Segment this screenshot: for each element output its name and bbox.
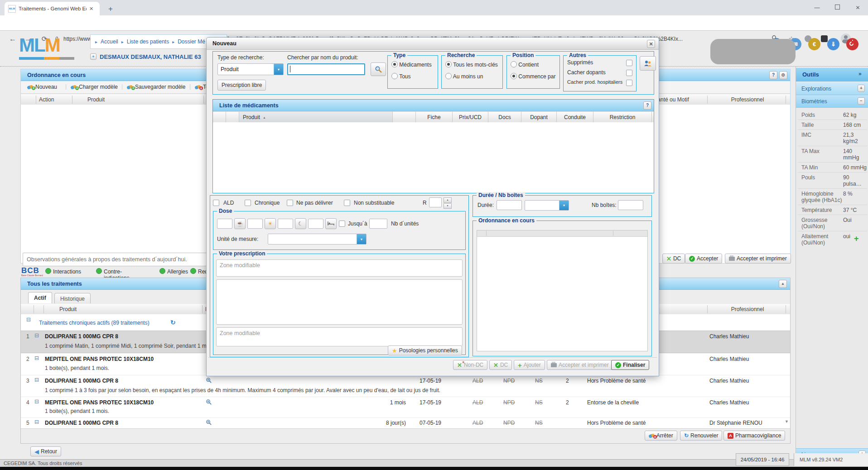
- col-restriction[interactable]: Restriction: [593, 112, 652, 123]
- breadcrumb-liste-patients[interactable]: Liste des patients: [127, 38, 169, 45]
- radio-au-moins-un[interactable]: Au moins un: [445, 73, 483, 80]
- prescription-zone-main[interactable]: [216, 279, 463, 325]
- zoom-detail-icon[interactable]: [206, 399, 212, 407]
- dose-night-input[interactable]: [308, 219, 323, 229]
- collapse-group-icon[interactable]: ⊟: [26, 317, 31, 322]
- zoom-detail-icon[interactable]: [206, 419, 212, 427]
- non-dc-button[interactable]: ✕Non-DC: [453, 360, 487, 370]
- check-ald[interactable]: [213, 200, 219, 206]
- dose-evening-input[interactable]: [278, 219, 293, 229]
- radio-tous-mots-cles[interactable]: Tous les mots-clés: [445, 61, 498, 68]
- tab-close-icon[interactable]: ✕: [89, 6, 93, 12]
- back-icon[interactable]: ←: [8, 34, 17, 43]
- search-product-input[interactable]: [287, 63, 365, 75]
- extension-icon-2[interactable]: [821, 35, 828, 42]
- treatment-row[interactable]: 3 ⊟ DOLIPRANE 1 000MG CPR 8 17-05-19 ALD…: [21, 375, 790, 396]
- window-minimize-button[interactable]: —: [807, 0, 827, 15]
- browser-tab[interactable]: MLM Traitements - Genomi Web Editio ✕: [5, 2, 100, 15]
- collapse-row-icon[interactable]: ⊟: [34, 399, 39, 404]
- pharmacovigilance-button[interactable]: APharmacovigilance: [723, 431, 785, 441]
- treatment-row[interactable]: 4 ⊟ MEPITEL ONE PANS PROTEC 10X18CM10 1 …: [21, 397, 790, 417]
- check-supprimes[interactable]: [626, 60, 632, 66]
- modal-close-icon[interactable]: ✕: [647, 40, 655, 48]
- accepter-imprimer-button[interactable]: Accepter et imprimer: [547, 360, 613, 370]
- collapse-row-icon[interactable]: ⊟: [34, 333, 39, 338]
- payment-icon[interactable]: €: [808, 38, 820, 50]
- col-fiche[interactable]: Fiche: [416, 112, 453, 123]
- dose-noon-input[interactable]: [247, 219, 263, 229]
- download-icon[interactable]: ⇓: [827, 38, 839, 50]
- modal-titlebar[interactable]: Nouveau: [207, 38, 659, 50]
- dc-button[interactable]: ✕DC: [489, 360, 512, 370]
- retour-button[interactable]: ◀ Retour: [30, 446, 61, 456]
- col-produit[interactable]: Produit: [59, 306, 77, 312]
- patients-button[interactable]: [640, 56, 656, 71]
- nouveau-button[interactable]: Nouveau: [27, 84, 57, 90]
- radio-contient[interactable]: Contient: [511, 61, 539, 68]
- check-chronique[interactable]: [245, 200, 251, 206]
- r-spinner[interactable]: ▲ ▼: [444, 197, 452, 209]
- collapse-row-icon[interactable]: ⊟: [34, 377, 39, 383]
- window-maximize-button[interactable]: [827, 0, 848, 15]
- sauvegarder-modele-button[interactable]: Sauvegarder modèle: [127, 84, 185, 90]
- ajouter-button[interactable]: +Ajouter: [514, 360, 545, 370]
- search-button[interactable]: [371, 62, 386, 76]
- type-recherche-select[interactable]: Produit ▼: [217, 63, 284, 75]
- refresh-icon[interactable]: ↻: [170, 319, 176, 326]
- collapse-sidebar-icon[interactable]: »: [858, 71, 862, 77]
- check-non-substituable[interactable]: [344, 200, 350, 206]
- dose-morning-input[interactable]: [217, 219, 232, 229]
- check-cacher-hospitaliers[interactable]: [626, 80, 632, 86]
- duree-input[interactable]: [497, 200, 522, 210]
- col-professionnel[interactable]: Professionnel: [709, 96, 786, 103]
- accepter-button[interactable]: ✓Accepter: [685, 254, 722, 264]
- scroll-down-icon[interactable]: ▼: [785, 419, 789, 424]
- radio-tous[interactable]: Tous: [391, 73, 410, 80]
- radio-medicaments[interactable]: Médicaments: [391, 61, 432, 68]
- collapse-panel-icon[interactable]: ▲: [779, 280, 787, 288]
- col-conduite[interactable]: Conduite: [557, 112, 593, 123]
- breadcrumb-dossier[interactable]: Dossier Mé: [178, 38, 205, 45]
- help-button[interactable]: ?: [643, 101, 651, 110]
- dc-button-background[interactable]: ✕DC: [662, 254, 685, 264]
- prescription-zone-top[interactable]: Zone modifiable: [216, 259, 463, 277]
- finaliser-button[interactable]: ✓Finaliser: [611, 360, 649, 370]
- col-action[interactable]: Action: [39, 96, 54, 103]
- window-close-button[interactable]: ✕: [848, 0, 868, 15]
- power-icon[interactable]: [846, 38, 858, 50]
- breadcrumb-accueil[interactable]: Accueil: [101, 38, 118, 45]
- check-ne-pas-delivrer[interactable]: [287, 200, 293, 206]
- prescription-libre-button[interactable]: Prescription libre: [217, 80, 266, 91]
- col-professionnel[interactable]: Professionnel: [709, 306, 786, 312]
- sidebar-outils-header[interactable]: Outils: [796, 68, 868, 82]
- treatment-row[interactable]: 5 ⊟ DOLIPRANE 1 000MG CPR 8 8 jour(s) 07…: [21, 417, 790, 429]
- charger-modele-button[interactable]: Charger modèle: [71, 84, 118, 90]
- expand-explorations-icon[interactable]: +: [858, 85, 865, 92]
- nb-boites-input[interactable]: [618, 200, 643, 210]
- check-cacher-dopants[interactable]: [626, 70, 632, 76]
- gear-icon[interactable]: ⚙: [779, 71, 787, 79]
- col-produit-sorted[interactable]: Produit ▲: [239, 112, 393, 123]
- spinner-down-icon[interactable]: ▼: [444, 203, 452, 209]
- jusqua-checkbox[interactable]: [339, 221, 345, 227]
- col-prix-ucd[interactable]: Prix/UCD: [453, 112, 488, 123]
- col-dopant[interactable]: Dopant: [521, 112, 557, 123]
- zoom-detail-icon[interactable]: [206, 377, 212, 385]
- help-button[interactable]: ?: [769, 71, 777, 79]
- expand-patient-icon[interactable]: +: [90, 53, 96, 60]
- tab-historique[interactable]: Historique: [54, 293, 91, 304]
- new-tab-button[interactable]: +: [105, 4, 116, 14]
- duree-unit-select[interactable]: ▼: [525, 200, 569, 211]
- tab-actif[interactable]: Actif: [28, 292, 52, 304]
- jusqua-input[interactable]: [369, 219, 387, 229]
- collapse-biometries-icon[interactable]: −: [858, 97, 865, 105]
- posologies-personnelles-button[interactable]: ★ Posologies personnelles: [388, 345, 462, 355]
- col-docs[interactable]: Docs: [488, 112, 521, 123]
- r-input[interactable]: [429, 197, 442, 207]
- collapse-row-icon[interactable]: ⊟: [34, 419, 39, 425]
- radio-commence-par[interactable]: Commence par: [511, 73, 555, 80]
- prescription-zone-bottom[interactable]: Zone modifiable: [216, 327, 463, 346]
- collapse-row-icon[interactable]: ⊟: [34, 355, 39, 361]
- spinner-up-icon[interactable]: ▲: [444, 197, 452, 203]
- col-produit[interactable]: Produit: [87, 96, 105, 103]
